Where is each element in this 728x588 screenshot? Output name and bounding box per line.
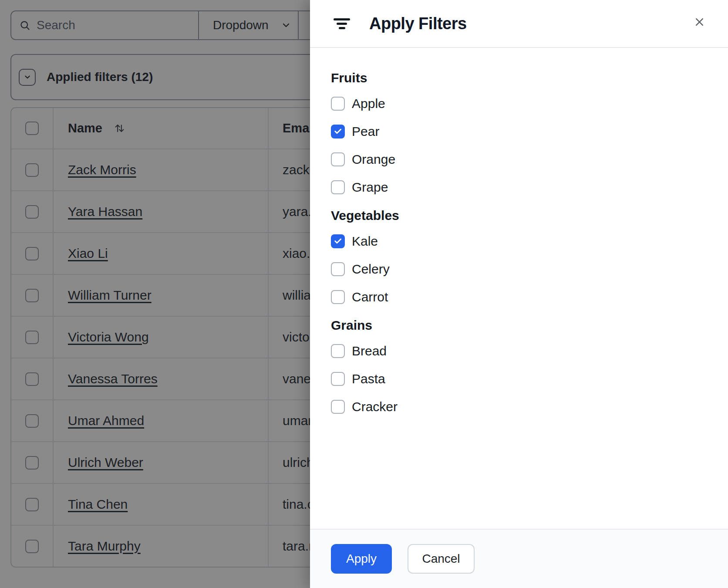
filter-group-heading: Grains: [331, 318, 707, 333]
filter-option-label: Carrot: [352, 290, 388, 304]
checkbox[interactable]: [331, 152, 345, 166]
filter-option[interactable]: Bread: [331, 344, 707, 358]
panel-title: Apply Filters: [369, 14, 467, 33]
filter-option[interactable]: Apple: [331, 97, 707, 111]
apply-button[interactable]: Apply: [331, 544, 392, 574]
checkbox[interactable]: [331, 234, 345, 248]
filter-option[interactable]: Carrot: [331, 290, 707, 304]
filter-option[interactable]: Grape: [331, 180, 707, 194]
filter-option[interactable]: Kale: [331, 234, 707, 248]
filter-option-label: Celery: [352, 262, 390, 277]
filter-option-label: Cracker: [352, 399, 398, 414]
filter-option[interactable]: Cracker: [331, 400, 707, 414]
checkbox[interactable]: [331, 400, 345, 414]
filter-group: Fruits Apple Pear Orange Grape: [331, 71, 707, 194]
filter-group: Grains Bread Pasta Cracker: [331, 318, 707, 414]
filter-groups: Fruits Apple Pear Orange Grape Vegetable…: [310, 48, 728, 529]
checkbox[interactable]: [331, 180, 345, 194]
filter-option-label: Apple: [352, 96, 385, 111]
checkbox[interactable]: [331, 97, 345, 111]
filter-option[interactable]: Orange: [331, 152, 707, 166]
filter-option-label: Orange: [352, 152, 395, 167]
checkbox[interactable]: [331, 262, 345, 276]
filter-option-label: Bread: [352, 344, 387, 358]
filter-option-label: Pasta: [352, 372, 385, 386]
filter-group: Vegetables Kale Celery Carrot: [331, 208, 707, 304]
filter-funnel-icon: [334, 18, 350, 29]
filter-option-label: Pear: [352, 124, 379, 139]
panel-footer: Apply Cancel: [310, 529, 728, 588]
apply-filters-panel: Apply Filters Fruits Apple Pear Orange G…: [310, 0, 728, 588]
filter-group-heading: Fruits: [331, 71, 707, 85]
checkbox[interactable]: [331, 372, 345, 386]
filter-option[interactable]: Pear: [331, 125, 707, 139]
cancel-button[interactable]: Cancel: [408, 544, 475, 574]
filter-option-label: Grape: [352, 180, 388, 195]
filter-option[interactable]: Celery: [331, 262, 707, 276]
close-icon[interactable]: [691, 13, 708, 30]
filter-option[interactable]: Pasta: [331, 372, 707, 386]
checkbox[interactable]: [331, 344, 345, 358]
filter-option-label: Kale: [352, 234, 378, 249]
checkbox[interactable]: [331, 125, 345, 139]
panel-header: Apply Filters: [310, 0, 728, 48]
checkbox[interactable]: [331, 290, 345, 304]
filter-group-heading: Vegetables: [331, 208, 707, 223]
